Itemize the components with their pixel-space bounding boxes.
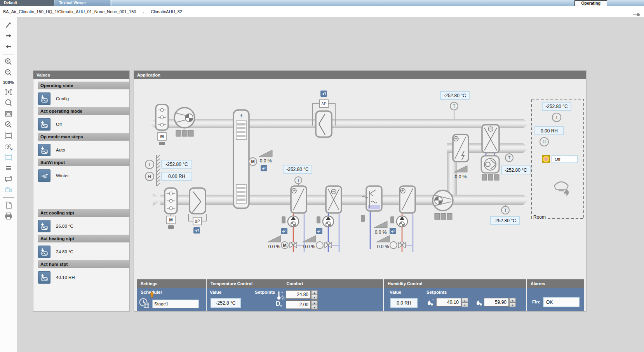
- page-icon[interactable]: [3, 200, 14, 210]
- room-unit-button[interactable]: [542, 155, 550, 163]
- comfort-setpoint-input[interactable]: [286, 290, 311, 299]
- value-item-operating-state[interactable]: Config: [38, 92, 129, 105]
- spin-down-button[interactable]: ▼: [461, 303, 468, 307]
- zoom-out-icon[interactable]: [3, 68, 14, 78]
- section-act-hum-stpt: Act hum stpt: [38, 260, 129, 268]
- config-icon[interactable]: [320, 91, 327, 97]
- svg-text:±: ±: [240, 112, 243, 118]
- edit-pen-icon[interactable]: [3, 20, 14, 30]
- breadcrumb-separator: -: [143, 9, 144, 14]
- fit-window-icon[interactable]: [3, 109, 14, 119]
- svg-text:Off: Off: [555, 157, 560, 162]
- value-item-su-wi-input[interactable]: Winter: [38, 169, 129, 182]
- dehumidify-setpoint-input[interactable]: [484, 298, 509, 307]
- svg-text:H: H: [543, 139, 546, 144]
- config-icon[interactable]: [193, 227, 200, 234]
- temperature-title: Temperature Control: [211, 281, 252, 286]
- region-tool-icon: [3, 152, 14, 162]
- value-item-act-operating-mode[interactable]: Off: [38, 118, 129, 131]
- spin-down-button[interactable]: ▼: [509, 303, 516, 307]
- breadcrumb-path: BA_Air_Climatix_150_HQ_1\Climatix_AHU_01…: [3, 9, 136, 14]
- comfort-heating-icon: +: [277, 291, 286, 301]
- setpoint-icon: [38, 92, 50, 105]
- supply-damper: M: [165, 188, 177, 229]
- humidify-setpoint-input[interactable]: [436, 298, 461, 307]
- scheduler-input[interactable]: [152, 300, 199, 308]
- config-icon[interactable]: [281, 228, 287, 234]
- svg-text:M: M: [283, 243, 286, 247]
- condenser-fan: [481, 156, 499, 180]
- print-icon[interactable]: [3, 211, 14, 221]
- spin-down-button[interactable]: ▼: [311, 305, 318, 310]
- operating-button[interactable]: Operating: [574, 0, 607, 6]
- value-item-op-mode-man-steps[interactable]: Auto: [38, 144, 129, 156]
- setpoint-icon: [38, 144, 50, 156]
- toolbar-divider: [3, 54, 14, 54]
- value-item-act-heating-stpt[interactable]: 24.80 °C: [38, 246, 129, 258]
- svg-text:H: H: [148, 174, 151, 179]
- section-act-operating-mode: Act operating mode: [38, 107, 129, 115]
- camera-icon: [3, 185, 14, 195]
- hum-value-display: 0.0 RH: [390, 298, 418, 308]
- values-panel-title: Values: [33, 71, 129, 79]
- magnifier-icon[interactable]: [3, 98, 14, 108]
- back-arrow-icon[interactable]: [3, 42, 14, 52]
- value-item-label: Off: [56, 122, 62, 127]
- zoom-selected-icon[interactable]: [3, 120, 14, 130]
- humidity-body: Value 0.0 RH Setpoints + ▲▼ - ▲▼: [384, 288, 526, 311]
- config-icon[interactable]: [261, 165, 267, 171]
- svg-text:-252.80 °C: -252.80 °C: [286, 167, 309, 172]
- dz-subscript: z: [280, 304, 282, 308]
- tab-bar: Default Textual Viewer Operating: [0, 0, 644, 6]
- smoke-detector-icon: [554, 182, 569, 196]
- svg-text:0.00 RH: 0.00 RH: [168, 174, 185, 179]
- layers-menu-icon[interactable]: [3, 163, 14, 173]
- spin-up-button[interactable]: ▲: [509, 298, 516, 303]
- dx-cooling-coil: [482, 125, 499, 157]
- forward-arrow-icon[interactable]: [3, 31, 14, 41]
- values-panel: Values Operating state Config Act operat…: [33, 70, 130, 312]
- value-item-act-hum-stpt[interactable]: 40.10 RH: [38, 271, 129, 284]
- dead-zone-input[interactable]: [286, 300, 311, 309]
- comfort-label: Comfort: [287, 279, 303, 288]
- extract-damper: M: [156, 105, 168, 145]
- tab-default[interactable]: Default: [0, 0, 54, 6]
- svg-text:M: M: [251, 159, 254, 164]
- pin-icon[interactable]: [633, 10, 640, 21]
- spin-up-button[interactable]: ▲: [311, 300, 318, 305]
- zoom-in-icon[interactable]: [3, 57, 14, 67]
- settings-header: Settings: [137, 279, 206, 288]
- outside-air-sensors: T H -252.80 °C 0.00 RH: [145, 155, 192, 186]
- svg-text:+: +: [281, 291, 283, 294]
- svg-text:-252.80 °C: -252.80 °C: [494, 218, 516, 223]
- pan-view-icon[interactable]: [3, 141, 14, 152]
- config-icon[interactable]: [316, 228, 322, 234]
- room-zone: -252.80 °C T 0.00 RH H Off Room: [532, 99, 584, 220]
- heat-recovery-drive: M 0.0 %: [249, 150, 272, 166]
- svg-text:-252.80 °C: -252.80 °C: [505, 167, 527, 173]
- scheduler-clock-icon[interactable]: [139, 298, 150, 309]
- select-region-icon[interactable]: [3, 131, 14, 141]
- spin-up-button[interactable]: ▲: [311, 290, 318, 295]
- tab-textual-viewer[interactable]: Textual Viewer: [55, 0, 110, 6]
- section-act-cooling-stpt: Act cooling stpt: [38, 209, 129, 217]
- center-view-icon[interactable]: [3, 87, 14, 97]
- svg-text:-252.80 °C: -252.80 °C: [165, 162, 188, 167]
- dead-zone-spinner: ▲▼: [286, 300, 318, 310]
- svg-text:+: +: [432, 298, 434, 302]
- value-item-label: Config: [56, 96, 69, 101]
- dehumidify-setpoint-spinner: ▲▼: [484, 298, 516, 307]
- svg-text:-252.80 °C: -252.80 °C: [444, 93, 466, 98]
- spin-down-button[interactable]: ▼: [311, 295, 318, 300]
- svg-text:T: T: [453, 104, 456, 108]
- dehumidify-icon: -: [475, 298, 484, 307]
- value-item-act-cooling-stpt[interactable]: 26.80 °C: [38, 220, 129, 232]
- spin-up-button[interactable]: ▲: [461, 298, 468, 303]
- humidify-icon: +: [426, 298, 435, 307]
- settings-body: Scheduler: [137, 288, 206, 311]
- value-item-label: Auto: [56, 148, 65, 152]
- annotation-icon[interactable]: [3, 174, 14, 184]
- config-icon[interactable]: [390, 228, 396, 234]
- temp-setpoints-label: Setpoints: [255, 290, 275, 294]
- zoom-level[interactable]: 100%: [3, 80, 14, 85]
